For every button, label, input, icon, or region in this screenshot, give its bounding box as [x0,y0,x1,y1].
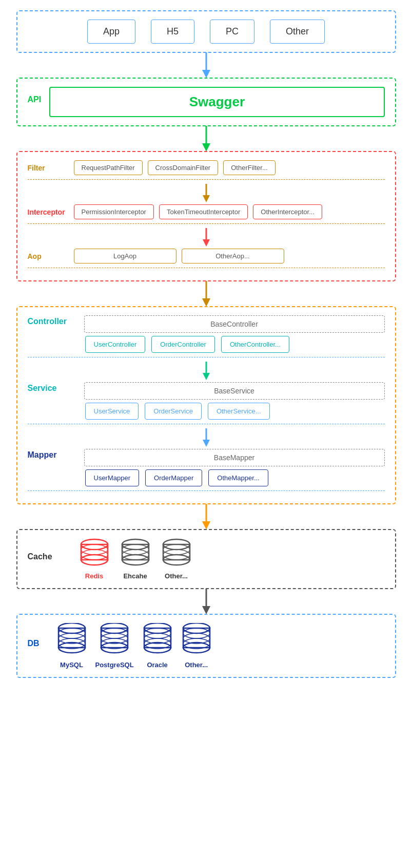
arrow-1 [201,53,211,78]
db-mysql: MySQL [56,623,87,669]
db-postgresql: PostgreSQL [95,623,134,669]
arrow-5 [201,589,211,614]
inner-arrow-svc [28,428,385,447]
cache-redis: Redis [79,538,110,580]
db-other-label: Other... [185,661,208,669]
filter-chip-0: RequestPathFilter [74,160,143,175]
cache-redis-label: Redis [85,572,103,580]
aop-chip-1: OtherAop... [182,249,284,263]
divider-mapper [28,490,385,491]
other-mapper: OtheMapper... [208,469,268,486]
interceptor-chip-2: OtherInterceptor... [253,204,322,219]
svg-marker-32 [202,606,210,614]
svg-marker-7 [203,239,210,247]
svg-marker-3 [202,143,210,152]
architecture-diagram: App H5 PC Other API Swagger Filter Reque… [16,10,396,678]
user-controller: UserController [85,336,146,353]
inner-arrow-1 [28,184,385,202]
filter-row: Filter RequestPathFilter CrossDomainFilt… [28,160,385,175]
csm-section: Controller BaseController UserController… [16,306,396,504]
svg-rect-40 [101,628,128,648]
svg-marker-15 [202,521,210,530]
client-row: App H5 PC Other [28,20,385,44]
interceptor-chip-0: PermissionInterceptor [74,204,154,219]
order-mapper: OrderMapper [145,469,202,486]
cache-ehcache: Ehcahe [120,538,151,580]
client-app: App [87,20,135,44]
svg-rect-34 [58,628,85,648]
inner-arrow-ctrl [28,362,385,380]
base-mapper-box: BaseMapper [84,449,385,466]
inner-arrow-2 [28,228,385,247]
svg-rect-27 [163,544,190,560]
client-section: App H5 PC Other [16,10,396,53]
cache-section: Cache Redis [16,529,396,589]
svg-rect-17 [81,544,108,560]
api-label: API [28,95,42,104]
client-other: Other [270,20,325,44]
svg-marker-1 [202,70,210,78]
service-items-row: UserService OrderService OtherService... [28,403,385,420]
filter-chip-2: OtherFilter... [223,160,276,175]
cache-ehcache-label: Ehcahe [123,572,147,580]
db-oracle: Oracle [142,623,173,669]
aop-label: Aop [28,252,69,260]
svg-rect-52 [183,628,210,648]
cache-row: Cache Redis [28,538,385,580]
order-service: OrderService [145,403,202,420]
interceptor-row: Interceptor PermissionInterceptor TokenT… [28,204,385,219]
controller-items-row: UserController OrderController OtherCont… [28,336,385,353]
api-row: API Swagger [28,87,385,117]
divider-1 [28,179,385,180]
client-h5: H5 [151,20,194,44]
api-section: API Swagger [16,78,396,126]
arrow-2 [201,126,211,151]
base-controller-box: BaseController [84,315,385,333]
cache-other-label: Other... [165,572,188,580]
swagger-box: Swagger [49,87,384,117]
svg-marker-9 [202,298,210,307]
client-pc: PC [210,20,254,44]
svg-marker-13 [203,440,210,447]
other-controller: OtherController... [221,336,289,353]
service-label: Service [28,384,79,393]
cache-label: Cache [28,552,69,561]
db-mysql-label: MySQL [60,661,83,669]
filter-chip-1: CrossDomainFilter [148,160,219,175]
other-service: OtherService... [208,403,270,420]
divider-ctrl [28,357,385,357]
mapper-label: Mapper [28,450,79,460]
divider-3 [28,268,385,268]
svg-rect-22 [122,544,149,560]
controller-label: Controller [28,317,79,326]
base-service-box: BaseService [84,382,385,400]
filter-section: Filter RequestPathFilter CrossDomainFilt… [16,151,396,281]
db-other: Other... [181,623,212,669]
user-mapper: UserMapper [85,469,140,486]
divider-2 [28,223,385,224]
mapper-header: Mapper BaseMapper [28,449,385,466]
db-oracle-label: Oracle [147,661,167,669]
db-row: DB MySQL [28,623,385,669]
filter-label: Filter [28,164,69,172]
db-label: DB [28,639,48,648]
controller-header: Controller BaseController [28,315,385,333]
mapper-items-row: UserMapper OrderMapper OtheMapper... [28,469,385,486]
svg-rect-46 [144,628,171,648]
service-header: Service BaseService [28,382,385,400]
interceptor-chip-1: TokenTimeoutInterceptor [159,204,248,219]
aop-chip-0: LogAop [74,249,176,263]
cache-other: Other... [161,538,192,580]
arrow-4 [201,504,211,529]
svg-marker-11 [203,373,210,380]
order-controller: OrderController [151,336,215,353]
arrow-3 [201,281,211,306]
aop-row: Aop LogAop OtherAop... [28,249,385,263]
divider-svc [28,424,385,424]
db-section: DB MySQL [16,614,396,678]
db-pg-label: PostgreSQL [95,661,134,669]
user-service: UserService [85,403,139,420]
svg-marker-5 [203,195,210,202]
interceptor-label: Interceptor [28,208,69,216]
